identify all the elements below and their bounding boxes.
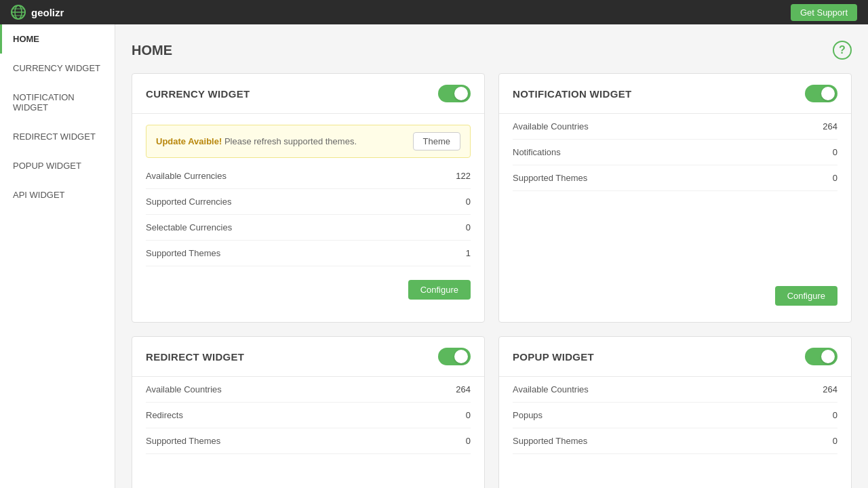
topbar: geolizr Get Support — [0, 0, 868, 24]
sidebar-item-home[interactable]: HOME — [0, 24, 115, 54]
currency-alert-text: Update Avaible! Please refresh supported… — [156, 136, 357, 146]
notification-widget-header: NOTIFICATION WIDGET — [499, 74, 851, 114]
redirect-stat-redirects: Redirects 0 — [146, 403, 471, 428]
sidebar-item-popup-widget[interactable]: POPUP WIDGET — [0, 151, 115, 180]
stat-value: 264 — [456, 384, 471, 394]
stat-label: Available Currencies — [146, 171, 226, 181]
popup-stat-themes: Supported Themes 0 — [513, 428, 837, 454]
popup-widget-header: POPUP WIDGET — [499, 337, 851, 377]
stat-value: 0 — [466, 197, 471, 207]
stat-value: 0 — [833, 436, 837, 446]
sidebar: HOME CURRENCY WIDGET NOTIFICATION WIDGET… — [0, 24, 115, 488]
page-title: HOME — [132, 43, 172, 58]
popup-widget-card: POPUP WIDGET Available Countries 264 Pop… — [498, 336, 852, 488]
redirect-stat-themes: Supported Themes 0 — [146, 428, 471, 454]
currency-configure-button[interactable]: Configure — [408, 280, 471, 300]
redirect-widget-toggle[interactable] — [438, 348, 471, 365]
currency-widget-title: CURRENCY WIDGET — [146, 88, 250, 100]
widget-grid: CURRENCY WIDGET Update Avaible! Please r… — [132, 73, 852, 488]
popup-stat-popups: Popups 0 — [513, 403, 837, 428]
redirect-widget-title: REDIRECT WIDGET — [146, 351, 244, 363]
popup-stat-countries: Available Countries 264 — [513, 377, 837, 403]
redirect-widget-header: REDIRECT WIDGET — [132, 337, 484, 377]
help-icon[interactable]: ? — [833, 41, 852, 60]
main-content: HOME ? CURRENCY WIDGET Update Avaible! P… — [115, 24, 868, 488]
stat-value: 0 — [466, 222, 471, 232]
stat-value: 122 — [456, 171, 471, 181]
stat-value: 264 — [823, 121, 837, 131]
notification-stat-themes: Supported Themes 0 — [513, 165, 837, 191]
sidebar-item-api-widget[interactable]: API WIDGET — [0, 180, 115, 209]
get-support-button[interactable]: Get Support — [791, 4, 857, 21]
redirect-stat-countries: Available Countries 264 — [146, 377, 471, 403]
theme-button[interactable]: Theme — [413, 132, 460, 150]
currency-stat-available: Available Currencies 122 — [146, 163, 471, 189]
stat-value: 264 — [823, 384, 837, 394]
stat-value: 1 — [466, 248, 471, 258]
currency-widget-card: CURRENCY WIDGET Update Avaible! Please r… — [132, 73, 485, 323]
notification-configure-button[interactable]: Configure — [775, 286, 837, 306]
notification-widget-toggle[interactable] — [805, 85, 837, 102]
popup-widget-toggle[interactable] — [805, 348, 837, 365]
stat-value: 0 — [833, 173, 837, 183]
sidebar-item-redirect-widget[interactable]: REDIRECT WIDGET — [0, 122, 115, 151]
currency-stat-supported: Supported Currencies 0 — [146, 189, 471, 215]
notification-stat-notifications: Notifications 0 — [513, 140, 837, 165]
stat-value: 0 — [466, 436, 471, 446]
main-layout: HOME CURRENCY WIDGET NOTIFICATION WIDGET… — [0, 24, 868, 488]
stat-value: 0 — [833, 147, 837, 157]
geolizr-logo-icon — [11, 5, 26, 20]
sidebar-item-notification-widget[interactable]: NOTIFICATION WIDGET — [0, 83, 115, 122]
stat-label: Supported Themes — [146, 436, 220, 446]
currency-widget-body: Update Avaible! Please refresh supported… — [132, 125, 484, 316]
redirect-widget-card: REDIRECT WIDGET Available Countries 264 … — [132, 336, 485, 488]
stat-label: Supported Themes — [146, 248, 220, 258]
currency-stat-themes: Supported Themes 1 — [146, 241, 471, 266]
stat-label: Supported Currencies — [146, 197, 231, 207]
popup-widget-title: POPUP WIDGET — [513, 351, 594, 363]
currency-alert-box: Update Avaible! Please refresh supported… — [146, 125, 471, 158]
stat-label: Selectable Currencies — [146, 222, 232, 232]
notification-btn-row: Configure — [513, 272, 837, 308]
stat-value: 0 — [466, 410, 471, 420]
notification-widget-card: NOTIFICATION WIDGET Available Countries … — [498, 73, 852, 323]
currency-widget-toggle[interactable] — [438, 85, 471, 102]
sidebar-item-currency-widget[interactable]: CURRENCY WIDGET — [0, 54, 115, 83]
currency-widget-header: CURRENCY WIDGET — [132, 74, 484, 114]
notification-widget-title: NOTIFICATION WIDGET — [513, 88, 631, 100]
notification-stat-countries: Available Countries 264 — [513, 114, 837, 140]
stat-label: Available Countries — [146, 384, 222, 394]
stat-label: Popups — [513, 410, 542, 420]
stat-label: Supported Themes — [513, 173, 587, 183]
logo: geolizr — [11, 5, 64, 20]
stat-label: Available Countries — [513, 121, 589, 131]
page-title-row: HOME ? — [132, 41, 852, 60]
popup-widget-body: Available Countries 264 Popups 0 Support… — [499, 377, 851, 488]
currency-stat-selectable: Selectable Currencies 0 — [146, 215, 471, 241]
stat-label: Redirects — [146, 410, 183, 420]
stat-value: 0 — [833, 410, 837, 420]
redirect-widget-body: Available Countries 264 Redirects 0 Supp… — [132, 377, 484, 488]
stat-label: Notifications — [513, 147, 561, 157]
stat-label: Available Countries — [513, 384, 589, 394]
currency-btn-row: Configure — [146, 266, 471, 302]
logo-text: geolizr — [31, 7, 64, 18]
notification-widget-body: Available Countries 264 Notifications 0 … — [499, 114, 851, 322]
stat-label: Supported Themes — [513, 436, 587, 446]
